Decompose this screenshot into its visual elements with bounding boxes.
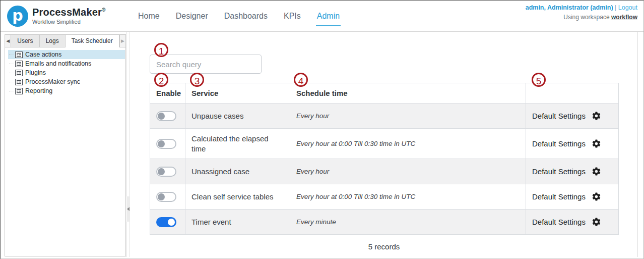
admin-sidebar: ◀ Users Logs Task Scheduler ▶ Case actio… [5,34,126,256]
sidebar-item-reporting[interactable]: Reporting [8,86,125,95]
tree-item-label: Emails and notifications [25,60,91,67]
default-settings-label: Default Settings [532,139,586,148]
annotation-circle-2: 2 [154,73,168,87]
user-separator: | [615,4,616,11]
list-form-icon [15,51,23,58]
main-nav: Home Designer Dashboards KPIs Admin [137,1,341,32]
annotation-circle-1: 1 [154,43,168,57]
annotation-circle-4: 4 [294,73,308,87]
col-enable: Enable [150,83,185,103]
enable-toggle[interactable] [156,167,176,177]
sidebar-tabbar: ◀ Users Logs Task Scheduler ▶ [5,35,125,47]
toggle-knob [158,113,165,120]
top-header: p ProcessMaker® Workflow Simplified Home… [1,1,643,32]
user-area: admin, Administrator (admin) | Logout Us… [526,3,637,22]
nav-kpis[interactable]: KPIs [283,10,302,23]
list-form-icon [15,88,23,94]
tab-scroll-left-icon[interactable]: ◀ [5,35,11,47]
records-count: 5 records [150,242,618,251]
toggle-knob [158,168,165,175]
gear-icon[interactable] [592,167,601,176]
table-header-row: Enable Service Schedule time [150,83,619,103]
brand-subtitle: Workflow Simplified [32,19,106,25]
tab-task-scheduler[interactable]: Task Scheduler [66,35,119,47]
service-name: Unpause cases [185,103,290,129]
nav-designer[interactable]: Designer [175,10,209,23]
table-row: Clean self service tables Every hour at … [150,184,619,210]
nav-admin[interactable]: Admin [316,10,341,23]
sidebar-item-emails-notifications[interactable]: Emails and notifications [8,59,125,68]
task-scheduler-panel: Enable Service Schedule time Unpause cas… [131,32,637,257]
scrollbar-track[interactable] [637,32,638,257]
sidebar-collapse-handle[interactable] [126,196,130,222]
default-settings-label: Default Settings [532,112,586,120]
workspace-prefix: Using workspace [563,14,609,21]
workspace-link[interactable]: workflow [611,14,637,21]
scheduler-tree: Case actions Emails and notifications [5,47,125,95]
tree-item-label: ProcessMaker sync [25,78,80,85]
sidebar-item-processmaker-sync[interactable]: ProcessMaker sync [8,77,125,86]
service-name: Timer event [185,210,290,235]
schedule-time: Every hour [290,159,526,184]
schedule-time: Every hour at 0:00 Till 0:30 time in UTC [290,184,526,210]
default-settings-label: Default Settings [532,192,586,201]
tab-scroll-right-icon[interactable]: ▶ [119,35,125,47]
nav-dashboards[interactable]: Dashboards [223,10,269,23]
enable-toggle[interactable] [156,217,176,227]
toggle-knob [168,219,175,226]
scheduler-table: Enable Service Schedule time Unpause cas… [150,83,619,235]
search-input[interactable] [150,55,262,74]
service-name: Calculated the elapsed time [185,129,290,159]
enable-toggle[interactable] [156,192,176,202]
registered-mark: ® [102,7,106,13]
brand-block: ProcessMaker® Workflow Simplified [32,7,106,25]
logout-link[interactable]: Logout [618,4,637,11]
collapse-left-icon [127,207,130,211]
list-form-icon [15,70,23,76]
tab-users[interactable]: Users [11,35,39,47]
tree-connector [9,82,14,82]
tree-item-label: Plugins [25,69,46,76]
col-service: Service [185,83,290,103]
current-user-label[interactable]: admin, Administrator (admin) [526,4,613,11]
tab-logs[interactable]: Logs [40,35,66,47]
table-row: Unassigned case Every hour Default Setti… [150,159,619,184]
schedule-time: Every hour [290,103,526,129]
schedule-time: Every hour at 0:00 Till 0:30 time in UTC [290,129,526,159]
processmaker-logo-icon[interactable]: p [7,6,28,27]
col-schedule-time: Schedule time [290,83,526,103]
sidebar-splitter[interactable] [126,32,130,257]
tree-item-label: Case actions [25,51,61,58]
tree-connector [9,73,14,73]
table-row: Calculated the elapsed time Every hour a… [150,129,619,159]
toggle-knob [158,193,165,200]
gear-icon[interactable] [592,217,601,227]
table-row: Unpause cases Every hour Default Setting… [150,103,619,129]
gear-icon[interactable] [592,111,601,121]
nav-home[interactable]: Home [137,10,161,23]
default-settings-label: Default Settings [532,218,586,226]
tree-connector [9,91,14,91]
schedule-time: Every minute [290,210,526,235]
list-form-icon [15,79,23,85]
toggle-knob [158,140,165,147]
enable-toggle[interactable] [156,139,176,149]
sidebar-item-plugins[interactable]: Plugins [8,68,125,77]
annotation-circle-5: 5 [532,73,546,87]
service-name: Clean self service tables [185,184,290,210]
processmaker-window: p ProcessMaker® Workflow Simplified Home… [0,0,644,259]
gear-icon[interactable] [592,139,601,148]
tree-connector [9,64,14,64]
enable-toggle[interactable] [156,111,176,121]
tree-connector [9,55,14,55]
default-settings-label: Default Settings [532,167,586,176]
tree-item-label: Reporting [25,87,52,94]
list-form-icon [15,61,23,67]
sidebar-item-case-actions[interactable]: Case actions [8,50,125,59]
gear-icon[interactable] [592,192,601,201]
brand-title: ProcessMaker® [32,7,106,18]
service-name: Unassigned case [185,159,290,184]
table-row: Timer event Every minute Default Setting… [150,210,619,235]
annotation-circle-3: 3 [190,73,204,87]
